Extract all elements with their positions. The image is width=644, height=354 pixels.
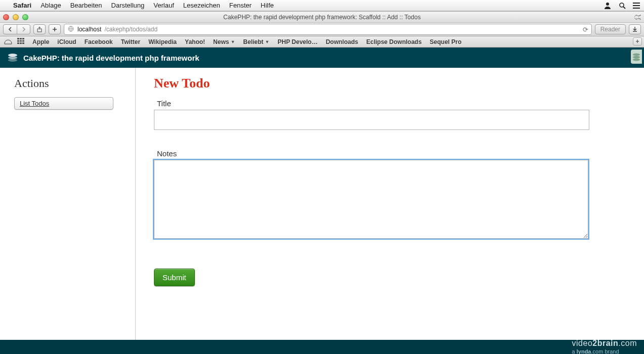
svg-rect-5 — [633, 8, 640, 9]
notes-textarea[interactable] — [154, 160, 588, 239]
svg-point-23 — [8, 59, 17, 62]
window-titlebar: CakePHP: the rapid development php frame… — [0, 12, 644, 23]
browser-toolbar: localhost/cakephp/todos/add ⟳ Reader — [0, 23, 644, 36]
reader-button[interactable]: Reader — [595, 24, 626, 34]
debug-kit-toggle[interactable] — [631, 50, 642, 64]
page-body: Actions List Todos New Todo Title Notes … — [0, 68, 644, 340]
svg-rect-15 — [17, 40, 19, 42]
svg-rect-19 — [20, 42, 22, 44]
bookmark-php-develo[interactable]: PHP Develo… — [277, 38, 317, 46]
address-host: localhost — [77, 26, 101, 33]
bookmark-news[interactable]: News▼ — [213, 38, 235, 46]
page-title: New Todo — [154, 76, 624, 91]
svg-point-6 — [633, 3, 634, 4]
back-button[interactable] — [4, 25, 17, 34]
app-header-title: CakePHP: the rapid development php frame… — [23, 54, 199, 62]
bookmark-downloads[interactable]: Downloads — [326, 38, 358, 46]
footer-sub-b: lynda — [577, 348, 591, 354]
site-favicon-icon — [67, 25, 74, 34]
menubar-item-fenster[interactable]: Fenster — [229, 2, 252, 9]
actions-sidebar: Actions List Todos — [0, 68, 136, 340]
tab-add-button[interactable]: + — [633, 37, 642, 46]
bookmark-apple[interactable]: Apple — [32, 38, 49, 46]
chevron-down-icon: ▼ — [265, 39, 269, 45]
bookmark-twitter[interactable]: Twitter — [121, 38, 140, 46]
bookmark-eclipse-downloads[interactable]: Eclipse Downloads — [366, 38, 421, 46]
svg-rect-3 — [633, 3, 640, 4]
svg-point-1 — [620, 3, 624, 7]
mac-menubar: Safari Ablage Bearbeiten Darstellung Ver… — [0, 0, 644, 11]
reload-icon[interactable]: ⟳ — [583, 26, 588, 33]
footer-sub-a: a — [572, 348, 577, 354]
safari-window: CakePHP: the rapid development php frame… — [0, 11, 644, 340]
title-input[interactable] — [154, 110, 589, 130]
svg-rect-14 — [22, 38, 24, 39]
submit-button[interactable]: Submit — [154, 269, 195, 286]
svg-point-0 — [606, 3, 609, 6]
window-title: CakePHP: the rapid development php frame… — [0, 14, 644, 21]
menubar-item-darstellung[interactable]: Darstellung — [111, 2, 145, 9]
notification-center-icon[interactable] — [633, 3, 640, 9]
bookmark-beliebt[interactable]: Beliebt▼ — [243, 38, 269, 46]
svg-line-2 — [623, 7, 625, 9]
menubar-item-hilfe[interactable]: Hilfe — [261, 2, 274, 9]
list-todos-button[interactable]: List Todos — [14, 97, 113, 110]
forward-button[interactable] — [17, 25, 30, 34]
footer-brand-a: video — [572, 339, 593, 347]
svg-point-7 — [633, 5, 634, 6]
address-bar[interactable]: localhost/cakephp/todos/add ⟳ — [64, 24, 592, 35]
form-main: New Todo Title Notes Submit — [136, 68, 644, 340]
bookmark-icloud[interactable]: iCloud — [57, 38, 76, 46]
downloads-button[interactable] — [629, 24, 641, 34]
video2brain-watermark: video2brain.com a lynda.com brand — [0, 340, 644, 354]
svg-rect-18 — [17, 42, 19, 44]
show-bookmarks-icon[interactable] — [4, 38, 12, 46]
app-header: CakePHP: the rapid development php frame… — [0, 48, 644, 68]
svg-rect-12 — [17, 38, 19, 39]
notes-label: Notes — [157, 149, 624, 158]
new-tab-button[interactable] — [49, 24, 61, 34]
svg-point-24 — [633, 54, 640, 56]
svg-rect-20 — [22, 42, 24, 44]
top-sites-icon[interactable] — [17, 38, 24, 46]
spotlight-search-icon[interactable] — [619, 2, 626, 9]
bookmark-facebook[interactable]: Facebook — [85, 38, 113, 46]
bookmarks-bar: Apple iCloud Facebook Twitter Wikipedia … — [0, 36, 644, 48]
svg-rect-13 — [20, 38, 22, 39]
bookmark-yahoo[interactable]: Yahoo! — [185, 38, 205, 46]
cakephp-logo-icon — [7, 53, 18, 62]
nav-back-forward — [3, 24, 30, 34]
svg-point-8 — [633, 8, 634, 9]
menubar-item-verlauf[interactable]: Verlauf — [153, 2, 174, 9]
svg-rect-16 — [20, 40, 22, 42]
menubar-item-lesezeichen[interactable]: Lesezeichen — [183, 2, 220, 9]
share-button[interactable] — [33, 24, 46, 34]
user-icon[interactable] — [603, 2, 612, 9]
menubar-item-bearbeiten[interactable]: Bearbeiten — [70, 2, 102, 9]
svg-point-26 — [633, 59, 640, 61]
footer-brand-b: 2brain — [592, 339, 618, 347]
menubar-item-ablage[interactable]: Ablage — [41, 2, 61, 9]
svg-point-25 — [633, 56, 640, 59]
footer-brand-c: .com — [618, 339, 637, 347]
bookmark-sequel-pro[interactable]: Sequel Pro — [430, 38, 462, 46]
actions-heading: Actions — [14, 77, 121, 90]
address-path: /cakephp/todos/add — [104, 26, 157, 33]
svg-rect-17 — [22, 40, 24, 42]
menubar-app-name[interactable]: Safari — [13, 2, 31, 9]
chevron-down-icon: ▼ — [230, 39, 235, 45]
svg-rect-4 — [633, 5, 640, 6]
bookmark-wikipedia[interactable]: Wikipedia — [148, 38, 177, 46]
footer-sub-c: .com brand — [591, 348, 619, 354]
title-label: Title — [157, 99, 624, 108]
